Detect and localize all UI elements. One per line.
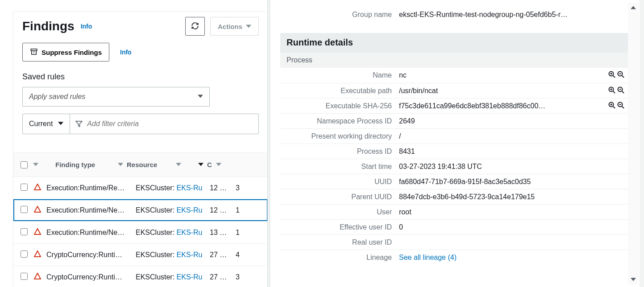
- suppress-info-link[interactable]: Info: [120, 49, 132, 56]
- resource-link[interactable]: EKS-Ru: [177, 206, 203, 214]
- zoom-out-icon[interactable]: [617, 71, 624, 80]
- row-checkbox[interactable]: [21, 250, 28, 258]
- detail-value: 884e7dcb-e3b6-b49d-5723-9ca14e179e15: [399, 193, 628, 201]
- detail-row: Executable SHA-256f75c3de611ca99e6dc8ebf…: [280, 98, 628, 113]
- zoom-out-icon[interactable]: [617, 102, 624, 111]
- zoom-in-icon[interactable]: [608, 71, 615, 80]
- details-scrollbar[interactable]: [628, 3, 639, 284]
- detail-row: Executable path/usr/bin/ncat: [280, 83, 628, 98]
- detail-label: Parent UUID: [280, 193, 399, 201]
- column-header-date[interactable]: [185, 161, 207, 168]
- detail-label: Name: [280, 71, 399, 79]
- detail-label: Real user ID: [280, 238, 399, 246]
- date-cell: 27 …: [210, 273, 236, 281]
- detail-value: /: [399, 132, 628, 140]
- severity-icon: [34, 250, 46, 259]
- window-scrollbar-gutter: [640, 0, 644, 287]
- finding-type-cell: Execution:Runtime/Ne…: [46, 229, 136, 237]
- zoom-out-icon[interactable]: [617, 86, 624, 95]
- detail-label: Namespace Process ID: [280, 117, 399, 125]
- detail-value: 2649: [399, 117, 628, 125]
- detail-value: fa680d47-71b7-669a-915f-8ac3e5ac0d35: [399, 178, 628, 186]
- saved-rules-placeholder: Apply saved rules: [29, 93, 85, 101]
- table-row[interactable]: Execution:Runtime/Ne…EKSCluster: EKS-Ru1…: [13, 199, 268, 221]
- actions-button[interactable]: Actions: [210, 17, 259, 36]
- process-heading: Process: [280, 52, 628, 68]
- severity-icon: [34, 228, 46, 237]
- resource-link[interactable]: EKS-Ru: [177, 229, 203, 236]
- severity-icon: [34, 206, 46, 215]
- count-cell: 3: [236, 273, 249, 281]
- row-checkbox[interactable]: [21, 228, 28, 235]
- sort-icon: [216, 161, 221, 168]
- detail-value: 03-27-2023 19:41:38 UTC: [399, 163, 628, 171]
- detail-row: Present working directory/: [280, 128, 628, 144]
- suppress-label: Suppress Findings: [42, 49, 102, 56]
- process-details-table: NamencExecutable path/usr/bin/ncatExecut…: [280, 68, 628, 265]
- column-header-finding-type[interactable]: Finding type: [42, 161, 127, 168]
- detail-label: Start time: [280, 163, 399, 171]
- group-name-value: eksctl-EKS-Runtime-test-nodegroup-ng-05e…: [399, 11, 628, 19]
- finding-type-cell: CryptoCurrency:Runti…: [46, 273, 136, 281]
- scroll-down-icon[interactable]: [628, 275, 639, 284]
- info-link[interactable]: Info: [81, 23, 92, 30]
- table-row[interactable]: CryptoCurrency:Runti…EKSCluster: EKS-Ru2…: [13, 244, 268, 266]
- archive-icon: [30, 48, 38, 57]
- filter-input[interactable]: [87, 120, 253, 128]
- detail-label: Executable SHA-256: [280, 102, 399, 110]
- refresh-button[interactable]: [185, 17, 205, 36]
- filter-scope-select[interactable]: Current: [22, 114, 70, 134]
- count-cell: 1: [236, 229, 249, 237]
- detail-value: f75c3de611ca99e6dc8ebf381eb888df86c00…: [399, 102, 608, 110]
- detail-label: Lineage: [280, 254, 399, 262]
- scroll-up-icon[interactable]: [628, 3, 639, 12]
- sort-icon: [118, 161, 123, 168]
- group-name-label: Group name: [280, 11, 399, 19]
- lineage-link[interactable]: See all lineage (4): [399, 254, 628, 262]
- row-checkbox[interactable]: [21, 184, 28, 191]
- column-header-count[interactable]: C: [207, 161, 225, 168]
- detail-row: Namespace Process ID2649: [280, 113, 628, 128]
- count-cell: 3: [236, 184, 249, 192]
- zoom-in-icon[interactable]: [608, 86, 615, 95]
- resource-link[interactable]: EKS-Ru: [177, 251, 203, 258]
- saved-rules-heading: Saved rules: [22, 72, 259, 82]
- saved-rules-select[interactable]: Apply saved rules: [22, 87, 210, 107]
- count-cell: 1: [236, 206, 249, 214]
- chevron-down-icon: [58, 120, 63, 128]
- detail-row: Real user ID: [280, 234, 628, 250]
- resource-cell: EKSCluster: EKS-Ru: [136, 206, 210, 214]
- findings-card: Findings Info Actions: [13, 12, 268, 287]
- detail-label: User: [280, 208, 399, 216]
- date-cell: 12 …: [210, 184, 236, 192]
- resource-link[interactable]: EKS-Ru: [177, 184, 203, 192]
- column-header-resource[interactable]: Resource: [127, 161, 185, 168]
- finding-type-cell: CryptoCurrency:Runti…: [46, 251, 136, 259]
- resource-cell: EKSCluster: EKS-Ru: [136, 273, 210, 281]
- row-checkbox[interactable]: [21, 273, 28, 280]
- findings-table: Finding type Resource C Execution:Runtim…: [13, 152, 268, 287]
- detail-label: Executable path: [280, 87, 399, 95]
- svg-rect-0: [31, 49, 37, 51]
- date-cell: 13 …: [210, 229, 236, 237]
- row-checkbox[interactable]: [21, 206, 28, 213]
- detail-value: root: [399, 208, 628, 216]
- severity-icon: [34, 184, 46, 193]
- detail-row: Userroot: [280, 204, 628, 219]
- filter-icon: [75, 120, 83, 127]
- zoom-in-icon[interactable]: [608, 102, 615, 111]
- suppress-findings-button[interactable]: Suppress Findings: [22, 43, 109, 62]
- count-cell: 4: [236, 251, 249, 259]
- resource-link[interactable]: EKS-Ru: [177, 273, 203, 281]
- table-row[interactable]: Execution:Runtime/Re…EKSCluster: EKS-Ru1…: [13, 177, 268, 199]
- severity-icon: [34, 273, 46, 282]
- table-row[interactable]: CryptoCurrency:Runti…EKSCluster: EKS-Ru2…: [13, 266, 268, 287]
- page-title: Findings: [22, 19, 75, 33]
- table-row[interactable]: Execution:Runtime/Ne…EKSCluster: EKS-Ru1…: [13, 221, 268, 244]
- chevron-down-icon: [33, 161, 38, 168]
- detail-label: UUID: [280, 178, 399, 186]
- select-all-checkbox[interactable]: [21, 161, 28, 168]
- detail-value: nc: [399, 71, 608, 79]
- date-cell: 12 …: [210, 206, 236, 214]
- finding-type-cell: Execution:Runtime/Re…: [46, 184, 136, 192]
